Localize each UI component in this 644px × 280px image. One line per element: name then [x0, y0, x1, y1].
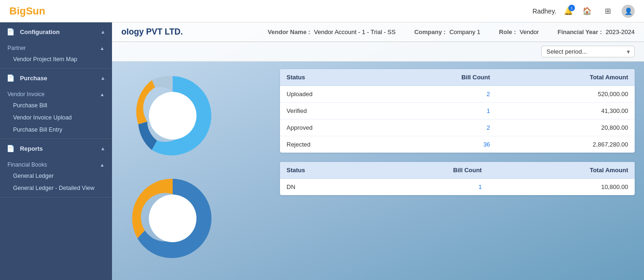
vendor-name-pair: Vendor Name : Vendor Account - 1 - Trial… — [268, 28, 396, 35]
financial-year-label: Financial Year : — [558, 28, 602, 35]
status-cell: Uploaded — [280, 86, 385, 103]
sidebar-item-purchase-bill-entry[interactable]: Purchase Bill Entry — [0, 124, 112, 136]
financial-books-label: Financial Books — [7, 161, 47, 168]
financial-books-chevron: ▲ — [100, 162, 105, 168]
partner-group[interactable]: Partner ▲ — [0, 42, 112, 53]
configuration-icon: 📄 — [7, 28, 14, 35]
bill-count-cell[interactable]: 1 — [370, 179, 488, 196]
header: BigSun Radhey. 🔔 1 🏠 ⊞ 👤 — [0, 0, 644, 22]
table2-billcount-header: Bill Count — [370, 162, 488, 179]
vendor-invoice-chevron: ▲ — [100, 92, 105, 97]
info-bar: ology PVT LTD. Vendor Name : Vendor Acco… — [112, 22, 644, 42]
partner-label: Partner — [7, 45, 26, 51]
bill-count-cell[interactable]: 1 — [385, 103, 497, 119]
sidebar-item-vendor-invoice-upload[interactable]: Vendor Invoice Upload — [0, 112, 112, 124]
dashboard-area: Status Bill Count Total Amount Uploaded … — [112, 62, 644, 273]
partner-chevron: ▲ — [100, 46, 105, 51]
sidebar-item-general-ledger[interactable]: General Ledger — [0, 170, 112, 182]
chart-column — [121, 69, 271, 265]
sidebar-header-reports[interactable]: 📄 Reports ▲ — [0, 139, 112, 157]
bill-count-link[interactable]: 1 — [487, 107, 490, 114]
financial-year-value: 2023-2024 — [606, 28, 635, 35]
reports-chevron: ▲ — [100, 146, 105, 151]
sidebar-section-configuration: 📄 Configuration ▲ Partner ▲ Vendor Proje… — [0, 22, 112, 69]
donut-chart-2 — [121, 172, 224, 265]
sidebar-section-reports: 📄 Reports ▲ Financial Books ▲ General Le… — [0, 139, 112, 197]
notification-badge: 1 — [568, 5, 575, 11]
reports-icon: 📄 — [7, 145, 14, 152]
user-avatar[interactable]: 👤 — [622, 5, 635, 18]
financial-books-group[interactable]: Financial Books ▲ — [0, 159, 112, 170]
sidebar-item-purchase-bill[interactable]: Purchase Bill — [0, 99, 112, 112]
donut2-center — [149, 195, 196, 242]
logo-text: BigSun — [9, 5, 45, 17]
role-pair: Role : Vendor — [499, 28, 539, 35]
company-value: Company 1 — [449, 28, 480, 35]
main-layout: 📄 Configuration ▲ Partner ▲ Vendor Proje… — [0, 22, 644, 280]
vendor-name-value: Vendor Account - 1 - Trial - SS — [314, 28, 396, 35]
info-bar-details: Vendor Name : Vendor Account - 1 - Trial… — [268, 28, 635, 35]
table-row: Verified 1 41,300.00 — [280, 103, 635, 119]
table1-header-row: Status Bill Count Total Amount — [280, 69, 635, 86]
sidebar-item-vendor-project[interactable]: Vendor Project Item Map — [0, 53, 112, 65]
company-pair: Company : Company 1 — [414, 28, 481, 35]
purchase-chevron: ▲ — [100, 75, 105, 81]
filter-bar: Select period... ▼ — [112, 42, 644, 62]
home-button[interactable]: 🏠 — [581, 5, 594, 18]
table2-status-header: Status — [280, 162, 370, 179]
bill-count-link[interactable]: 2 — [487, 91, 490, 98]
sidebar: 📄 Configuration ▲ Partner ▲ Vendor Proje… — [0, 22, 112, 280]
chart1-rejected-segment — [152, 76, 173, 91]
table-1: Status Bill Count Total Amount Uploaded … — [280, 69, 635, 153]
bill-count-link[interactable]: 36 — [483, 141, 490, 148]
total-amount-cell: 41,300.00 — [497, 103, 635, 119]
table1-billcount-header: Bill Count — [385, 69, 497, 86]
configuration-label: Configuration — [20, 28, 60, 35]
period-select[interactable]: Select period... — [541, 46, 635, 57]
vendor-name-label: Vendor Name : — [268, 28, 310, 35]
vendor-invoice-label: Vendor Invoice — [7, 91, 44, 98]
main-content: ology PVT LTD. Vendor Name : Vendor Acco… — [112, 22, 644, 280]
donut1-center — [149, 92, 196, 140]
purchase-label: Purchase — [20, 75, 48, 82]
table2-header-row: Status Bill Count Total Amount — [280, 162, 635, 179]
logo: BigSun — [9, 5, 45, 17]
reports-label: Reports — [20, 145, 43, 152]
configuration-subsection: Partner ▲ Vendor Project Item Map — [0, 40, 112, 68]
purchase-icon: 📄 — [7, 74, 14, 82]
status-cell: Rejected — [280, 136, 385, 153]
grid-button[interactable]: ⊞ — [601, 5, 614, 18]
bill-count-cell[interactable]: 2 — [385, 119, 497, 136]
table1-status-header: Status — [280, 69, 385, 86]
sidebar-header-purchase[interactable]: 📄 Purchase ▲ — [0, 69, 112, 86]
status-cell: Approved — [280, 119, 385, 136]
bill-count-cell[interactable]: 2 — [385, 86, 497, 103]
total-amount-cell: 20,800.00 — [497, 119, 635, 136]
bill-count-link[interactable]: 1 — [478, 183, 482, 190]
sidebar-section-purchase: 📄 Purchase ▲ Vendor Invoice ▲ Purchase B… — [0, 69, 112, 139]
purchase-subsection: Vendor Invoice ▲ Purchase Bill Vendor In… — [0, 86, 112, 139]
table2-totalamount-header: Total Amount — [488, 162, 635, 179]
donut-chart-1 — [121, 69, 224, 162]
table-2: Status Bill Count Total Amount DN 1 10,8… — [280, 162, 635, 195]
bill-count-cell[interactable]: 36 — [385, 136, 497, 153]
table-row: Rejected 36 2,867,280.00 — [280, 136, 635, 153]
status-cell: DN — [280, 179, 370, 196]
sidebar-item-general-ledger-detailed[interactable]: General Ledger - Detailed View — [0, 182, 112, 194]
table-column: Status Bill Count Total Amount Uploaded … — [280, 69, 635, 265]
table-row: DN 1 10,800.00 — [280, 179, 635, 196]
role-label: Role : — [499, 28, 516, 35]
bill-count-link[interactable]: 2 — [487, 124, 490, 131]
total-amount-cell: 520,000.00 — [497, 86, 635, 103]
company-title: ology PVT LTD. — [121, 27, 183, 37]
configuration-chevron: ▲ — [100, 29, 105, 35]
donut-svg-2 — [126, 174, 219, 263]
vendor-invoice-group[interactable]: Vendor Invoice ▲ — [0, 88, 112, 99]
role-value: Vendor — [519, 28, 539, 35]
table-row: Approved 2 20,800.00 — [280, 119, 635, 136]
sidebar-header-configuration[interactable]: 📄 Configuration ▲ — [0, 22, 112, 40]
total-amount-cell: 2,867,280.00 — [497, 136, 635, 153]
notification-bell[interactable]: 🔔 1 — [564, 7, 573, 15]
header-right: Radhey. 🔔 1 🏠 ⊞ 👤 — [532, 5, 635, 18]
reports-subsection: Financial Books ▲ General Ledger General… — [0, 157, 112, 197]
